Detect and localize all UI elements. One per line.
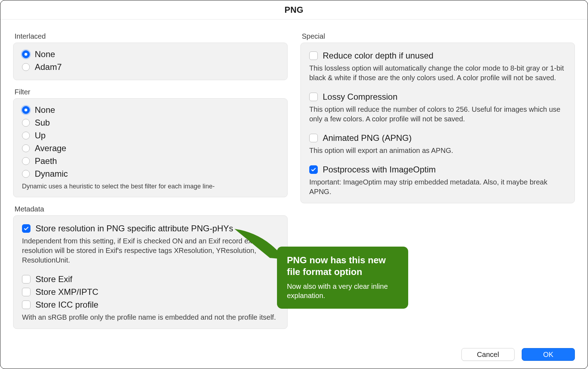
radio-icon[interactable] [22, 170, 30, 178]
radio-icon[interactable] [22, 157, 30, 165]
metadata-panel: Store resolution in PNG specific attribu… [13, 215, 288, 329]
reduce-desc: This lossless option will automatically … [309, 64, 566, 83]
filter-dynamic-label: Dynamic [35, 170, 68, 178]
special-panel: Reduce color depth if unused This lossle… [300, 43, 575, 203]
interlaced-title: Interlaced [15, 32, 288, 40]
dialog-body: Interlaced None Adam7 Filter [0, 20, 588, 369]
filter-average-label: Average [35, 144, 66, 153]
dialog-title: PNG [0, 0, 588, 20]
postprocess-block: Postprocess with ImageOptim Important: I… [309, 163, 566, 197]
store-phys-block: Store resolution in PNG specific attribu… [22, 222, 279, 265]
filter-none-label: None [35, 106, 55, 114]
filter-section: Filter None Sub Up [13, 88, 288, 197]
filter-none-row[interactable]: None [22, 104, 279, 116]
interlaced-none-row[interactable]: None [22, 48, 279, 61]
store-xmp-row[interactable]: Store XMP/IPTC [22, 286, 279, 298]
checkbox-icon[interactable] [22, 275, 30, 283]
store-icc-row[interactable]: Store ICC profile [22, 298, 279, 311]
checkbox-icon[interactable] [309, 51, 318, 60]
interlaced-section: Interlaced None Adam7 [13, 32, 288, 80]
lossy-desc: This option will reduce the number of co… [309, 105, 566, 124]
ok-button[interactable]: OK [522, 348, 575, 361]
checkbox-icon[interactable] [22, 224, 30, 233]
lossy-row[interactable]: Lossy Compression [309, 90, 566, 103]
filter-title: Filter [15, 88, 288, 96]
right-column: Special Reduce color depth if unused Thi… [300, 32, 575, 369]
radio-icon[interactable] [22, 132, 30, 139]
interlaced-adam7-label: Adam7 [35, 63, 62, 71]
cancel-button[interactable]: Cancel [461, 348, 515, 361]
filter-sub-row[interactable]: Sub [22, 116, 279, 129]
reduce-block: Reduce color depth if unused This lossle… [309, 49, 566, 83]
checkbox-icon[interactable] [309, 93, 318, 101]
postprocess-desc: Important: ImageOptim may strip embedded… [309, 177, 566, 197]
filter-dynamic-row[interactable]: Dynamic [22, 167, 279, 180]
apng-row[interactable]: Animated PNG (APNG) [309, 132, 566, 144]
dialog-footer: Cancel OK [461, 348, 575, 361]
radio-icon[interactable] [22, 119, 30, 127]
filter-sub-label: Sub [35, 119, 50, 127]
interlaced-adam7-row[interactable]: Adam7 [22, 61, 279, 73]
special-section: Special Reduce color depth if unused Thi… [300, 32, 575, 203]
apng-desc: This option will export an animation as … [309, 146, 566, 155]
special-title: Special [302, 32, 575, 40]
lossy-label: Lossy Compression [323, 93, 398, 101]
checkbox-icon[interactable] [309, 165, 318, 174]
metadata-title: Metadata [15, 205, 288, 213]
filter-up-row[interactable]: Up [22, 129, 279, 142]
store-icc-desc: With an sRGB profile only the profile na… [22, 313, 279, 322]
checkbox-icon[interactable] [22, 301, 30, 309]
store-icc-label: Store ICC profile [35, 301, 98, 309]
postprocess-row[interactable]: Postprocess with ImageOptim [309, 163, 566, 176]
filter-dynamic-desc: Dynamic uses a heuristic to select the b… [22, 182, 279, 191]
filter-panel: None Sub Up Average [13, 98, 288, 197]
reduce-label: Reduce color depth if unused [323, 51, 433, 60]
radio-icon[interactable] [22, 106, 30, 114]
radio-icon[interactable] [22, 144, 30, 152]
filter-paeth-row[interactable]: Paeth [22, 155, 279, 167]
reduce-row[interactable]: Reduce color depth if unused [309, 49, 566, 62]
store-xmp-label: Store XMP/IPTC [35, 288, 98, 296]
store-phys-label: Store resolution in PNG specific attribu… [35, 224, 233, 233]
checkbox-icon[interactable] [22, 288, 30, 296]
checkbox-icon[interactable] [309, 134, 318, 142]
metadata-section: Metadata Store resolution in PNG specifi… [13, 205, 288, 329]
store-phys-row[interactable]: Store resolution in PNG specific attribu… [22, 222, 279, 235]
left-column: Interlaced None Adam7 Filter [13, 32, 288, 369]
interlaced-none-label: None [35, 50, 55, 59]
store-exif-label: Store Exif [35, 275, 72, 283]
postprocess-label: Postprocess with ImageOptim [323, 165, 436, 174]
png-options-dialog: PNG Interlaced None Adam7 [0, 0, 588, 369]
store-exif-row[interactable]: Store Exif [22, 273, 279, 286]
apng-label: Animated PNG (APNG) [323, 134, 412, 142]
radio-icon[interactable] [22, 63, 30, 71]
interlaced-panel: None Adam7 [13, 43, 288, 80]
store-phys-desc: Independent from this setting, if Exif i… [22, 236, 279, 265]
filter-average-row[interactable]: Average [22, 142, 279, 155]
filter-up-label: Up [35, 131, 46, 140]
apng-block: Animated PNG (APNG) This option will exp… [309, 132, 566, 155]
radio-icon[interactable] [22, 50, 30, 58]
filter-paeth-label: Paeth [35, 157, 57, 165]
lossy-block: Lossy Compression This option will reduc… [309, 90, 566, 124]
